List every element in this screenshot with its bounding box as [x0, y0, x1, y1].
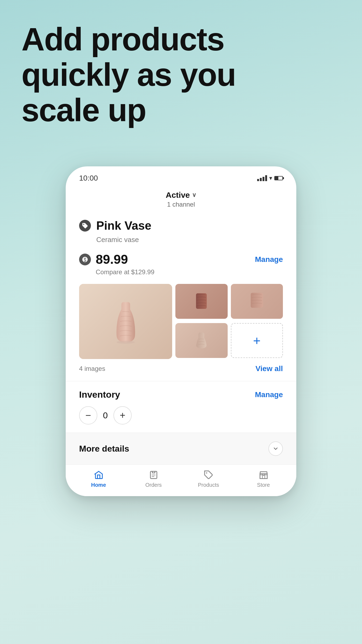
more-details-section[interactable]: More details — [66, 433, 296, 464]
nav-item-store[interactable]: Store — [236, 470, 291, 488]
product-thumbnail-3[interactable] — [175, 323, 227, 358]
phone-mockup: 10:00 ▾ Active ∨ 1 channel — [66, 166, 296, 496]
active-status-section: Active ∨ 1 channel — [66, 185, 296, 211]
dollar-icon — [79, 254, 91, 265]
image-gallery: + — [79, 284, 283, 359]
status-time: 10:00 — [79, 174, 98, 182]
price-value: 89.99 — [96, 252, 128, 267]
svg-rect-5 — [262, 475, 265, 479]
nav-store-label: Store — [257, 482, 270, 488]
product-section: Pink Vase Ceramic vase 89.99 Manage Comp… — [66, 211, 296, 373]
inventory-controls: − 0 + — [79, 406, 283, 425]
battery-icon — [274, 176, 283, 180]
store-icon — [259, 470, 268, 480]
inventory-quantity: 0 — [97, 411, 113, 420]
nav-item-products[interactable]: Products — [181, 470, 236, 488]
nav-orders-label: Orders — [145, 482, 162, 488]
channel-count: 1 channel — [66, 201, 296, 208]
inventory-title: Inventory — [79, 389, 120, 400]
more-details-toggle[interactable] — [268, 441, 283, 456]
nav-item-orders[interactable]: Orders — [126, 470, 181, 488]
more-details-title: More details — [79, 444, 129, 454]
svg-point-0 — [116, 341, 135, 344]
orders-icon — [149, 470, 158, 480]
status-icons: ▾ — [257, 175, 283, 182]
product-name: Pink Vase — [96, 219, 151, 232]
gallery-footer: 4 images View all — [79, 364, 283, 373]
home-icon — [94, 470, 104, 480]
image-count: 4 images — [79, 365, 105, 372]
inventory-decrease-button[interactable]: − — [79, 406, 97, 425]
chevron-down-icon: ∨ — [192, 192, 196, 199]
hero-section: Add products quickly as you scale up — [21, 21, 341, 128]
bottom-navigation: Home Orders Products — [66, 464, 296, 496]
inventory-increase-button[interactable]: + — [113, 406, 132, 425]
main-product-image[interactable] — [79, 284, 172, 359]
status-bar: 10:00 ▾ — [66, 166, 296, 185]
nav-products-label: Products — [198, 482, 219, 488]
signal-icon — [257, 175, 267, 181]
product-thumbnail-1[interactable] — [175, 284, 227, 319]
view-all-button[interactable]: View all — [256, 364, 283, 373]
plus-icon: + — [253, 333, 261, 348]
compare-price: Compare at $129.99 — [79, 268, 283, 276]
inventory-section: Inventory Manage − 0 + — [66, 381, 296, 433]
price-left: 89.99 — [79, 252, 128, 267]
chevron-down-icon — [272, 445, 279, 452]
svg-point-4 — [206, 472, 207, 474]
nav-item-home[interactable]: Home — [71, 470, 126, 488]
active-label[interactable]: Active ∨ — [66, 191, 296, 200]
products-icon — [204, 470, 213, 480]
product-name-row: Pink Vase — [79, 219, 283, 232]
add-image-button[interactable]: + — [231, 323, 283, 358]
product-description: Ceramic vase — [79, 236, 283, 244]
product-thumbnail-2[interactable] — [231, 284, 283, 319]
inventory-manage-button[interactable]: Manage — [255, 390, 283, 399]
price-manage-button[interactable]: Manage — [255, 255, 283, 264]
tag-icon — [79, 220, 91, 232]
nav-home-label: Home — [91, 482, 106, 488]
wifi-icon: ▾ — [269, 175, 272, 182]
svg-rect-1 — [196, 293, 207, 309]
price-row: 89.99 Manage — [79, 252, 283, 267]
hero-title: Add products quickly as you scale up — [21, 21, 341, 128]
inventory-header: Inventory Manage — [79, 389, 283, 400]
